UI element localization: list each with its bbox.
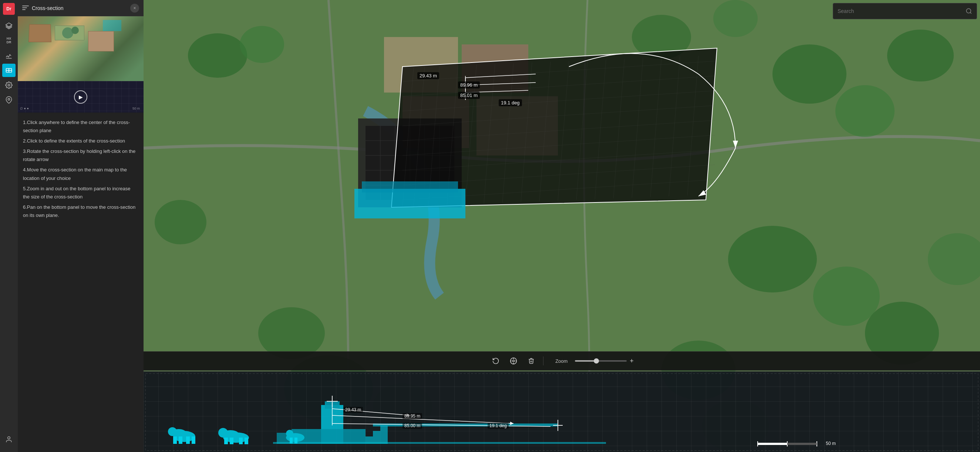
search-icon — [966, 8, 972, 14]
svg-rect-90 — [179, 436, 182, 444]
svg-rect-127 — [758, 443, 787, 445]
svg-rect-85 — [143, 372, 980, 452]
svg-point-13 — [887, 30, 954, 81]
svg-point-25 — [713, 0, 758, 37]
cs-label-2: 89.95 m — [402, 413, 422, 419]
left-toolbar: Dr HXDR — [0, 0, 18, 452]
svg-rect-97 — [230, 438, 234, 444]
svg-point-93 — [168, 427, 177, 436]
svg-point-12 — [835, 85, 894, 137]
svg-rect-92 — [192, 436, 195, 444]
svg-rect-128 — [787, 443, 817, 445]
side-panel: Cross-section × ▶ ∅ ● ● 50 m — [18, 0, 143, 452]
svg-point-100 — [218, 428, 228, 438]
zoom-slider[interactable] — [575, 360, 627, 362]
app-logo: Dr — [3, 3, 15, 15]
controls-divider — [543, 356, 544, 366]
panel-title: Cross-section — [32, 5, 127, 11]
thumbnail-crosssection: ▶ ∅ ● ● 50 m — [18, 81, 143, 113]
svg-rect-116 — [290, 438, 293, 444]
svg-point-15 — [728, 226, 817, 292]
svg-rect-91 — [186, 436, 190, 444]
svg-rect-70 — [362, 181, 458, 193]
controls-bar: Zoom + — [143, 351, 980, 371]
measurement-label-3: 85.01 m — [458, 92, 480, 99]
svg-point-16 — [813, 267, 880, 326]
cs-label-3: 85.00 m — [402, 423, 422, 429]
main-map-area[interactable]: 29.43 m 89.96 m 85.01 m 19.1 deg — [143, 0, 980, 452]
zoom-plus[interactable]: + — [630, 357, 634, 365]
search-input[interactable] — [838, 8, 963, 14]
toolbar-location-btn[interactable] — [2, 93, 16, 107]
toolbar-hxdr-btn[interactable]: HXDR — [2, 34, 16, 47]
svg-point-7 — [8, 437, 10, 439]
instruction-4: 4.Move the cross-section on the main map… — [23, 166, 138, 182]
svg-rect-99 — [245, 438, 248, 444]
panel-instructions: 1.Click anywhere to define the center of… — [18, 113, 143, 452]
toolbar-settings-btn[interactable] — [2, 78, 16, 92]
thumbnail-counter: ∅ ● ● — [20, 107, 29, 110]
svg-rect-109 — [373, 431, 380, 444]
search-bar — [833, 3, 977, 19]
panel-header-icon — [22, 6, 29, 11]
target-btn[interactable] — [508, 355, 519, 367]
reset-view-btn[interactable] — [490, 355, 502, 367]
svg-point-6 — [8, 99, 10, 100]
svg-rect-98 — [239, 438, 243, 444]
toolbar-profile-btn[interactable] — [2, 433, 16, 446]
svg-rect-96 — [224, 438, 228, 444]
cs-label-1: 29.43 m — [343, 407, 363, 413]
panel-header: Cross-section × — [18, 0, 143, 16]
svg-rect-69 — [355, 189, 465, 219]
panel-close-btn[interactable]: × — [130, 4, 139, 13]
cs-label-4: 19.1 deg — [488, 423, 509, 429]
svg-rect-89 — [173, 436, 177, 444]
svg-rect-108 — [366, 436, 373, 444]
crosssection-panel: 29.43 m 89.95 m 85.00 m 19.1 deg 50 m — [143, 371, 980, 452]
measurement-label-2: 89.96 m — [458, 81, 480, 88]
delete-btn[interactable] — [525, 355, 537, 367]
toolbar-measure-btn[interactable] — [2, 49, 16, 62]
thumbnail-photo — [18, 16, 143, 81]
svg-point-14 — [154, 200, 207, 244]
svg-point-11 — [772, 45, 846, 104]
instruction-2: 2.Click to define the extents of the cro… — [23, 137, 138, 145]
svg-point-115 — [286, 430, 293, 437]
svg-point-5 — [8, 85, 10, 86]
svg-rect-107 — [273, 442, 606, 444]
svg-point-10 — [240, 26, 284, 63]
panel-thumbnail: ▶ ∅ ● ● 50 m — [18, 16, 143, 113]
svg-point-78 — [966, 8, 971, 13]
zoom-label: Zoom — [555, 358, 568, 364]
measurement-label-4: 19.1 deg — [499, 99, 522, 106]
measurement-label-1: 29.43 m — [417, 72, 439, 79]
svg-rect-110 — [380, 425, 388, 444]
svg-point-80 — [513, 360, 515, 362]
instruction-3: 3.Rotate the cross-section by holding le… — [23, 147, 138, 164]
thumbnail-scale: 50 m — [132, 107, 140, 110]
crosssection-canvas[interactable]: 29.43 m 89.95 m 85.00 m 19.1 deg 50 m — [143, 372, 980, 452]
toolbar-crosssection-btn[interactable] — [2, 64, 16, 77]
svg-point-9 — [188, 33, 247, 78]
cs-scale-label: 50 m — [826, 441, 836, 446]
instruction-1: 1.Click anywhere to define the center of… — [23, 118, 138, 135]
instruction-6: 6.Pan on the bottom panel to move the cr… — [23, 203, 138, 219]
zoom-slider-container: + — [575, 357, 634, 365]
svg-rect-117 — [294, 438, 298, 444]
instruction-5: 5.Zoom in and out on the bottom panel to… — [23, 185, 138, 201]
toolbar-layers-btn[interactable] — [2, 19, 16, 33]
